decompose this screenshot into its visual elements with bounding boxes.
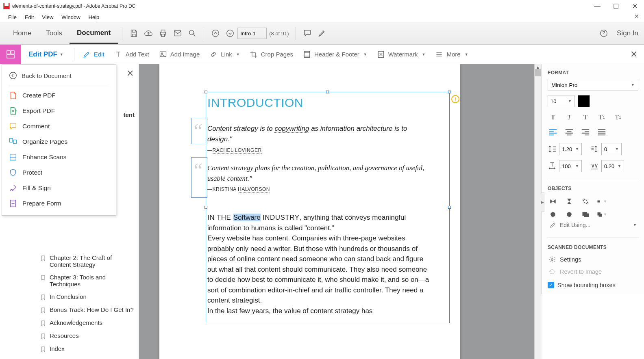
close-edit-toolbar-icon[interactable]: ✕ bbox=[630, 49, 637, 60]
svg-rect-20 bbox=[599, 214, 602, 217]
svg-rect-13 bbox=[10, 138, 13, 142]
bookmark-item[interactable]: Bonus Track: How Do I Get In? bbox=[0, 303, 139, 316]
crop-pages-button[interactable]: Crop Pages bbox=[245, 48, 298, 61]
tool-protect[interactable]: Protect bbox=[2, 165, 116, 180]
quote-mark-icon: “ bbox=[192, 159, 203, 181]
scanned-settings-button[interactable]: Settings bbox=[548, 253, 638, 266]
link-button[interactable]: Link▼ bbox=[205, 48, 244, 61]
bookmark-item[interactable]: Acknowledgements bbox=[0, 316, 139, 329]
align-objects-icon: ▼ bbox=[596, 197, 607, 206]
pdf-page[interactable]: ! INTRODUCTION “ Content strategy is to … bbox=[159, 64, 460, 359]
quote-author[interactable]: —KRISTINA HALVORSON bbox=[207, 186, 431, 192]
menu-edit[interactable]: Edit bbox=[21, 13, 38, 21]
warning-badge-icon[interactable]: ! bbox=[451, 95, 459, 103]
sign-in-button[interactable]: Sign In bbox=[617, 29, 638, 37]
svg-rect-7 bbox=[7, 55, 14, 58]
superscript-icon[interactable]: T1 bbox=[596, 113, 607, 122]
help-icon[interactable] bbox=[596, 26, 611, 41]
cloud-upload-icon[interactable] bbox=[141, 26, 156, 41]
quote-author[interactable]: —RACHEL LOVINGER bbox=[207, 147, 431, 153]
scroll-thumb[interactable] bbox=[535, 69, 541, 76]
font-family-select[interactable]: Minion Pro▼ bbox=[548, 79, 638, 91]
edit-pdf-dropdown[interactable]: Edit PDF▼ bbox=[21, 50, 71, 58]
back-to-document-button[interactable]: Back to Document bbox=[9, 69, 109, 85]
tool-prepare-form[interactable]: Prepare Form bbox=[2, 196, 116, 211]
crop-object-icon bbox=[580, 197, 591, 206]
search-icon[interactable] bbox=[185, 26, 200, 41]
svg-rect-18 bbox=[584, 214, 589, 217]
mail-icon[interactable] bbox=[170, 26, 185, 41]
page-label-input[interactable]: Intro-1 bbox=[237, 28, 267, 39]
quote-text[interactable]: Content strategy plans for the creation,… bbox=[207, 163, 431, 184]
tool-organize-pages[interactable]: Organize Pages bbox=[2, 134, 116, 149]
character-spacing-control[interactable]: 0.20▼ bbox=[590, 160, 624, 172]
font-size-input[interactable]: 10▼ bbox=[548, 95, 574, 107]
edit-button[interactable]: Edit bbox=[78, 48, 109, 61]
bold-icon[interactable]: T bbox=[548, 113, 558, 122]
comment-icon[interactable] bbox=[300, 26, 315, 41]
italic-icon[interactable]: T bbox=[564, 113, 574, 122]
subscript-icon[interactable]: T1 bbox=[613, 113, 623, 122]
bookmark-item[interactable]: About A Book Apart bbox=[0, 355, 139, 359]
paragraph-spacing-control[interactable]: 0▼ bbox=[590, 143, 622, 155]
align-left-icon[interactable] bbox=[548, 128, 558, 136]
window-title: elements-of-content-strategy.pdf - Adobe… bbox=[12, 3, 135, 9]
edit-pdf-badge-icon[interactable] bbox=[0, 45, 21, 64]
tab-tools[interactable]: Tools bbox=[39, 24, 70, 43]
more-button[interactable]: More▼ bbox=[430, 48, 473, 61]
minimize-button[interactable]: — bbox=[588, 0, 607, 12]
bookmark-item[interactable]: Chapter 2: The Craft of Content Strategy bbox=[0, 251, 139, 271]
tool-enhance-scans[interactable]: Enhance Scans bbox=[2, 149, 116, 165]
bookmark-item[interactable]: In Conclusion bbox=[0, 290, 139, 303]
line-height-control[interactable]: 1.20▼ bbox=[548, 143, 582, 155]
menu-window[interactable]: Window bbox=[57, 13, 84, 21]
menu-view[interactable]: View bbox=[38, 13, 57, 21]
rotate-ccw-icon bbox=[548, 210, 558, 219]
highlight-icon[interactable] bbox=[315, 26, 329, 41]
font-color-picker[interactable] bbox=[578, 95, 590, 107]
print-icon[interactable] bbox=[156, 26, 170, 41]
flip-horizontal-icon bbox=[548, 197, 558, 206]
save-icon[interactable] bbox=[126, 26, 141, 41]
horizontal-scale-control[interactable]: 100▼ bbox=[548, 160, 582, 172]
align-justify-icon[interactable] bbox=[596, 128, 607, 136]
document-viewport[interactable]: ! INTRODUCTION “ Content strategy is to … bbox=[139, 64, 542, 359]
separator bbox=[122, 27, 122, 40]
tab-document[interactable]: Document bbox=[70, 23, 118, 44]
align-center-icon[interactable] bbox=[564, 128, 574, 136]
objects-heading: OBJECTS bbox=[548, 186, 638, 191]
tool-create-pdf[interactable]: Create PDF bbox=[2, 88, 116, 103]
arrange-icon: ▼ bbox=[596, 210, 607, 219]
add-image-button[interactable]: Add Image bbox=[154, 48, 205, 61]
maximize-button[interactable]: ☐ bbox=[607, 0, 625, 12]
bookmark-item[interactable]: Index bbox=[0, 342, 139, 355]
tool-comment[interactable]: Comment bbox=[2, 119, 116, 134]
page-up-icon[interactable] bbox=[208, 26, 223, 41]
page-count: (8 of 91) bbox=[269, 30, 289, 37]
close-sidebar-icon[interactable]: ✕ bbox=[126, 68, 134, 79]
vertical-scrollbar[interactable]: ▲ bbox=[534, 64, 542, 359]
show-bounding-boxes-checkbox[interactable]: ✓Show bounding boxes bbox=[548, 282, 638, 288]
align-right-icon[interactable] bbox=[580, 128, 591, 136]
svg-point-1 bbox=[189, 30, 194, 35]
quote-text[interactable]: Content strategy is to copywriting as in… bbox=[207, 123, 431, 145]
bookmark-item[interactable]: Chapter 3: Tools and Techniques bbox=[0, 271, 139, 290]
menu-close-icon[interactable]: ✕ bbox=[634, 13, 639, 19]
tab-home[interactable]: Home bbox=[6, 24, 39, 43]
svg-rect-10 bbox=[304, 51, 309, 57]
watermark-button[interactable]: Watermark▼ bbox=[372, 48, 431, 61]
tool-fill-sign[interactable]: Fill & Sign bbox=[2, 180, 116, 196]
menu-help[interactable]: Help bbox=[85, 13, 104, 21]
close-window-button[interactable]: ✕ bbox=[625, 0, 644, 12]
edit-using-dropdown[interactable]: Edit Using...▼ bbox=[548, 219, 638, 231]
bookmark-item[interactable]: Resources bbox=[0, 329, 139, 342]
menu-file[interactable]: File bbox=[4, 13, 21, 21]
underline-icon[interactable]: T bbox=[580, 113, 591, 122]
svg-point-9 bbox=[161, 52, 163, 54]
revert-to-image-button: Revert to Image bbox=[548, 266, 638, 278]
collapse-right-panel-icon[interactable]: ▶ bbox=[541, 192, 544, 212]
tool-export-pdf[interactable]: Export PDF bbox=[2, 103, 116, 119]
add-text-button[interactable]: Add Text bbox=[109, 48, 154, 61]
header-footer-button[interactable]: Header & Footer▼ bbox=[298, 48, 372, 61]
page-down-icon[interactable] bbox=[223, 26, 237, 41]
